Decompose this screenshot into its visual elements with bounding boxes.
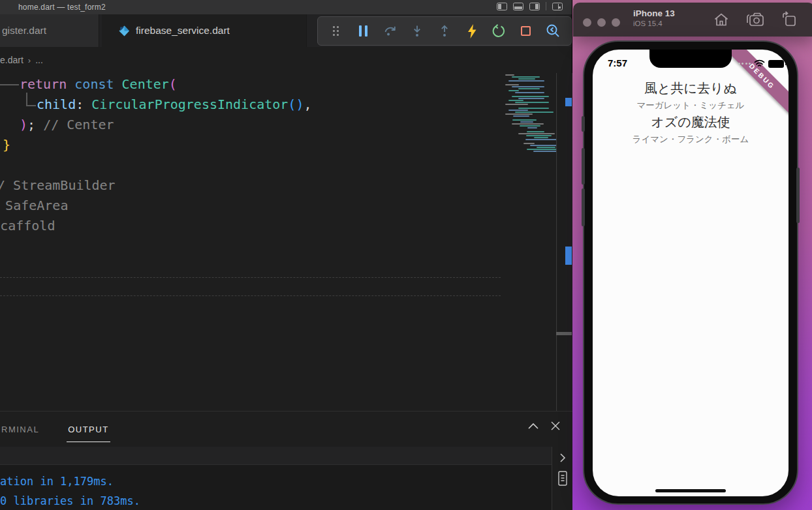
minimize-window-button[interactable] [597,18,606,27]
window-titlebar: home.dart — test_form2 [0,0,572,14]
code-line[interactable]: ); // Center [20,115,496,135]
home-indicator [655,489,726,492]
breadcrumb-file[interactable]: e.dart [0,55,23,65]
code-line[interactable]: } [3,135,496,155]
output-line: 0 libraries in 783ms. [0,491,552,510]
panel-maximize-icon[interactable] [527,421,540,430]
minimap[interactable] [503,74,556,159]
book-list: 風と共に去りぬ マーガレット・ミッチェル オズの魔法使 ライマン・フランク・ボー… [593,80,789,147]
code-editor[interactable]: return const Center(child: CircularProgr… [0,73,572,411]
output-empty-row [0,447,552,465]
debug-toolbar [317,16,572,46]
tab-label: gister.dart [2,25,46,37]
restart-icon[interactable] [490,22,508,40]
breadcrumb-symbol[interactable]: ... [35,55,43,65]
tab-label: firebase_service.dart [136,25,230,37]
notch [649,50,732,68]
panel-tab-terminal[interactable]: RMINAL [0,412,52,447]
step-into-icon[interactable] [408,22,426,40]
output-log[interactable]: ation in 1,179ms. 0 libraries in 783ms. [0,465,552,510]
debug-toolbar-drag-handle[interactable] [327,22,345,40]
minimap-border [556,73,557,411]
code-lines: return const Center(child: CircularProgr… [0,74,496,236]
window-title: home.dart — test_form2 [18,3,106,12]
overview-ruler-marker [565,98,572,106]
iphone-frame: DEBUG 7:57 風と共に去りぬ マーガレット・ミッチェル オズの魔法使 ラ… [583,40,798,505]
panel-side-strip [552,447,572,510]
power-button[interactable] [796,168,800,223]
hot-reload-icon[interactable] [463,22,481,40]
tab-firebase-service-dart[interactable]: firebase_service.dart [102,14,307,47]
zoom-window-button[interactable] [612,18,620,27]
code-line[interactable] [0,155,496,175]
code-line[interactable]: // Scaffold [0,216,496,236]
titlebar-separator [546,2,546,10]
status-time: 7:57 [608,57,627,68]
breadcrumb[interactable]: e.dart › ... [0,47,503,73]
stop-icon[interactable] [517,22,535,40]
iphone-screen[interactable]: DEBUG 7:57 風と共に去りぬ マーガレット・ミッチェル オズの魔法使 ラ… [593,50,789,496]
step-out-icon[interactable] [435,22,454,40]
simulator-titlebar[interactable]: iPhone 13 iOS 15.4 [573,3,812,37]
overview-ruler-marker [565,247,572,265]
widget-inspector-icon[interactable] [544,22,562,40]
book-title: オズの魔法使 [593,113,789,131]
volume-down-button[interactable] [582,188,585,226]
code-line[interactable]: child: CircularProgressIndicator(), [37,95,496,115]
dart-icon [119,25,130,37]
minimap-content [503,74,556,152]
vscode-window: home.dart — test_form2 gister.dart fireb… [0,0,572,510]
customize-layout-icon[interactable] [552,3,563,10]
chevron-right-icon: › [28,55,31,65]
window-controls [583,18,620,27]
rotate-icon[interactable] [781,11,798,28]
close-window-button[interactable] [583,18,591,27]
wifi-icon [754,59,765,68]
device-os: iOS 15.4 [633,20,675,27]
output-line: ation in 1,179ms. [0,472,552,491]
code-line[interactable]: // SafeArea [0,196,496,216]
book-author: ライマン・フランク・ボーム [593,131,789,147]
volume-up-button[interactable] [582,148,585,185]
panel-tab-output[interactable]: OUTPUT [67,412,110,447]
toggle-primary-sidebar-icon[interactable] [497,3,507,10]
code-line[interactable]: return const Center( [20,74,496,95]
device-name: iPhone 13 [633,8,675,18]
bottom-panel: RMINAL OUTPUT ation in 1,179ms. 0 librar… [0,411,572,510]
screenshot-icon[interactable] [745,11,765,28]
battery-icon [768,60,784,68]
cellular-icon [738,63,751,65]
output-expand-icon[interactable] [557,452,568,464]
panel-tab-label: RMINAL [1,425,39,434]
scrollbar-handle[interactable] [556,332,572,335]
output-list-icon[interactable] [556,470,569,487]
panel-close-icon[interactable] [550,421,561,431]
home-icon[interactable] [713,11,730,28]
code-line[interactable]: // StreamBuilder [0,175,496,196]
step-over-icon[interactable] [381,22,399,40]
editor-rule [0,295,501,296]
tab-register-dart[interactable]: gister.dart [0,14,99,47]
pause-button[interactable] [354,22,372,40]
book-title: 風と共に去りぬ [593,80,789,97]
book-author: マーガレット・ミッチェル [593,97,789,113]
toggle-panel-icon[interactable] [513,3,523,10]
panel-tab-label: OUTPUT [68,425,108,434]
editor-rule [0,277,501,278]
toggle-secondary-sidebar-icon[interactable] [529,3,540,10]
mute-switch[interactable] [582,116,585,132]
